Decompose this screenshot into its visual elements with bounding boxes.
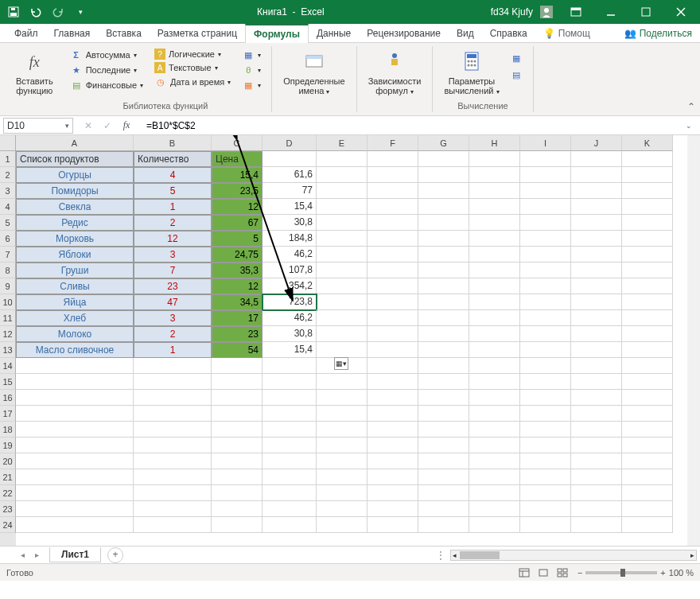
cell[interactable] bbox=[317, 406, 368, 422]
cell[interactable]: Свекла bbox=[16, 199, 134, 215]
cell[interactable] bbox=[262, 501, 317, 517]
tab-home[interactable]: Главная bbox=[46, 25, 99, 42]
cell[interactable] bbox=[520, 390, 571, 406]
math-button[interactable]: θ ▾ bbox=[239, 63, 263, 77]
cell[interactable] bbox=[134, 422, 212, 438]
cell[interactable]: Груши bbox=[16, 263, 134, 278]
row-header[interactable]: 8 bbox=[0, 263, 16, 278]
cell[interactable] bbox=[520, 294, 571, 310]
row-header[interactable]: 6 bbox=[0, 231, 16, 247]
cell[interactable] bbox=[368, 517, 418, 533]
cell[interactable] bbox=[134, 390, 212, 406]
cell[interactable] bbox=[368, 294, 418, 310]
cell[interactable] bbox=[622, 215, 673, 231]
cell[interactable] bbox=[622, 278, 673, 294]
cell[interactable]: 23 bbox=[212, 326, 262, 342]
cell[interactable] bbox=[571, 199, 622, 215]
cell[interactable]: 23 bbox=[134, 278, 212, 294]
cell[interactable] bbox=[134, 517, 212, 533]
cell[interactable]: 46,2 bbox=[262, 247, 317, 263]
cell[interactable] bbox=[622, 406, 673, 422]
cell[interactable]: 46,2 bbox=[262, 310, 317, 326]
autofill-options-button[interactable]: ▦▾ bbox=[334, 357, 348, 370]
cell[interactable]: 3 bbox=[134, 247, 212, 263]
cell[interactable] bbox=[368, 453, 418, 469]
cell[interactable] bbox=[317, 199, 368, 215]
qat-customize-icon[interactable]: ▾ bbox=[70, 2, 91, 21]
cell[interactable]: Хлеб bbox=[16, 310, 134, 326]
cell[interactable] bbox=[571, 294, 622, 310]
cell[interactable] bbox=[520, 263, 571, 278]
cell[interactable] bbox=[368, 231, 418, 247]
cell[interactable] bbox=[469, 390, 520, 406]
cell[interactable] bbox=[368, 374, 418, 390]
cell[interactable] bbox=[571, 406, 622, 422]
cell[interactable] bbox=[622, 453, 673, 469]
cell[interactable] bbox=[16, 469, 134, 485]
cell[interactable] bbox=[317, 231, 368, 247]
cell[interactable]: 1 bbox=[134, 199, 212, 215]
cell[interactable] bbox=[469, 485, 520, 501]
cell[interactable] bbox=[317, 278, 368, 294]
cell[interactable] bbox=[368, 167, 418, 183]
cell[interactable] bbox=[520, 406, 571, 422]
cell[interactable] bbox=[418, 342, 469, 358]
cell[interactable] bbox=[469, 215, 520, 231]
row-header[interactable]: 11 bbox=[0, 310, 16, 326]
cell[interactable]: 15,4 bbox=[212, 167, 262, 183]
cell[interactable] bbox=[469, 422, 520, 438]
cell[interactable]: Молоко bbox=[16, 326, 134, 342]
cell[interactable] bbox=[262, 517, 317, 533]
cell[interactable] bbox=[571, 374, 622, 390]
cell[interactable] bbox=[571, 326, 622, 342]
cell[interactable] bbox=[571, 231, 622, 247]
select-all-corner[interactable] bbox=[0, 135, 16, 151]
cell[interactable] bbox=[368, 358, 418, 374]
tellme-button[interactable]: 💡Помощ bbox=[535, 25, 598, 42]
column-header[interactable]: D bbox=[262, 135, 317, 151]
cell[interactable] bbox=[16, 517, 134, 533]
cell[interactable] bbox=[622, 199, 673, 215]
tab-file[interactable]: Файл bbox=[6, 25, 46, 42]
logical-button[interactable]: ?Логические ▾ bbox=[152, 48, 233, 60]
cell[interactable] bbox=[520, 215, 571, 231]
cell[interactable]: Огурцы bbox=[16, 167, 134, 183]
cell[interactable] bbox=[571, 358, 622, 374]
cell[interactable] bbox=[418, 374, 469, 390]
cell[interactable] bbox=[469, 310, 520, 326]
cell[interactable] bbox=[520, 358, 571, 374]
cell[interactable] bbox=[622, 374, 673, 390]
cell[interactable] bbox=[262, 358, 317, 374]
cell[interactable] bbox=[212, 390, 262, 406]
cell[interactable] bbox=[571, 151, 622, 167]
cell[interactable] bbox=[368, 263, 418, 278]
scroll-right-icon[interactable]: ▸ bbox=[689, 551, 696, 559]
cell[interactable] bbox=[262, 422, 317, 438]
cell[interactable]: Сливы bbox=[16, 278, 134, 294]
cell[interactable] bbox=[368, 342, 418, 358]
cell[interactable] bbox=[520, 183, 571, 199]
cell[interactable] bbox=[317, 183, 368, 199]
row-header[interactable]: 14 bbox=[0, 358, 16, 374]
sheet-tab[interactable]: Лист1 bbox=[49, 547, 101, 562]
cell[interactable]: 47 bbox=[134, 294, 212, 310]
cell[interactable] bbox=[368, 215, 418, 231]
share-button[interactable]: 👥Поделиться bbox=[616, 25, 700, 42]
cell[interactable] bbox=[134, 438, 212, 453]
cell[interactable] bbox=[212, 517, 262, 533]
cell[interactable] bbox=[317, 501, 368, 517]
cell[interactable] bbox=[469, 342, 520, 358]
cell[interactable] bbox=[134, 374, 212, 390]
row-header[interactable]: 3 bbox=[0, 183, 16, 199]
cell[interactable]: 54 bbox=[212, 342, 262, 358]
cell[interactable] bbox=[622, 310, 673, 326]
cell[interactable] bbox=[418, 294, 469, 310]
cell[interactable]: 184,8 bbox=[262, 231, 317, 247]
cell[interactable] bbox=[16, 485, 134, 501]
cell[interactable] bbox=[212, 485, 262, 501]
name-box[interactable]: D10 ▾ bbox=[3, 118, 73, 134]
cell[interactable] bbox=[418, 358, 469, 374]
cell[interactable] bbox=[418, 278, 469, 294]
cell[interactable] bbox=[418, 167, 469, 183]
cell[interactable] bbox=[571, 438, 622, 453]
